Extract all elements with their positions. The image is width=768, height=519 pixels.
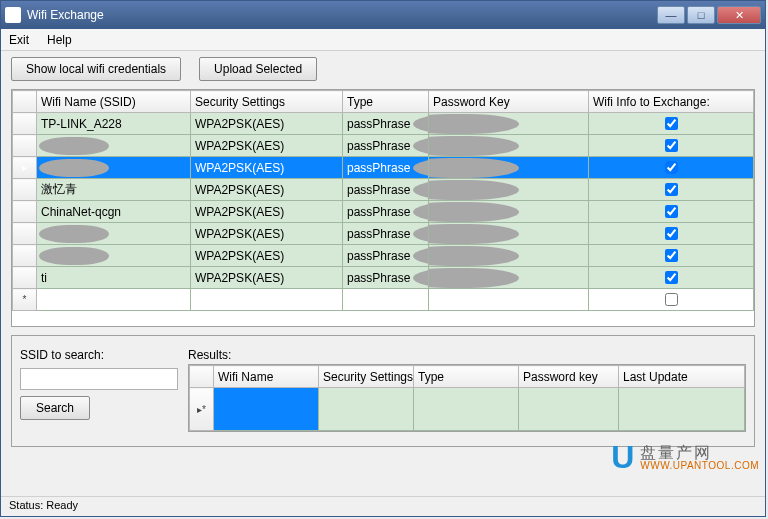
rcol-security[interactable]: Security Settings: [319, 366, 414, 388]
show-credentials-button[interactable]: Show local wifi credentials: [11, 57, 181, 81]
cell-password[interactable]: [429, 179, 589, 201]
cell-password[interactable]: [429, 157, 589, 179]
cell-type[interactable]: passPhrase: [343, 223, 429, 245]
close-button[interactable]: ✕: [717, 6, 761, 24]
watermark-logo-icon: U: [611, 439, 634, 476]
cell-security[interactable]: WPA2PSK(AES): [191, 223, 343, 245]
exchange-checkbox[interactable]: [665, 117, 678, 130]
col-security[interactable]: Security Settings: [191, 91, 343, 113]
grid-corner: [13, 91, 37, 113]
cell-security[interactable]: WPA2PSK(AES): [191, 135, 343, 157]
table-row[interactable]: ▸ WPA2PSK(AES) passPhrase: [13, 157, 754, 179]
table-row[interactable]: WPA2PSK(AES) passPhrase: [13, 245, 754, 267]
exchange-checkbox[interactable]: [665, 161, 678, 174]
cell-exchange[interactable]: [589, 201, 754, 223]
wifi-grid[interactable]: Wifi Name (SSID) Security Settings Type …: [11, 89, 755, 327]
rcol-password[interactable]: Password key: [519, 366, 619, 388]
exchange-checkbox[interactable]: [665, 293, 678, 306]
menu-bar: Exit Help: [1, 29, 765, 51]
col-type[interactable]: Type: [343, 91, 429, 113]
cell-password[interactable]: [429, 267, 589, 289]
menu-help[interactable]: Help: [47, 33, 72, 47]
cell-ssid[interactable]: 激忆青: [37, 179, 191, 201]
table-row[interactable]: WPA2PSK(AES) passPhrase: [13, 223, 754, 245]
rcol-type[interactable]: Type: [414, 366, 519, 388]
results-grid[interactable]: Wifi Name Security Settings Type Passwor…: [188, 364, 746, 432]
rcol-ssid[interactable]: Wifi Name: [214, 366, 319, 388]
watermark: U 盘量产网 WWW.UPANTOOL.COM: [611, 439, 759, 476]
cell-exchange[interactable]: [589, 223, 754, 245]
cell-ssid[interactable]: [37, 157, 191, 179]
cell-ssid[interactable]: [37, 245, 191, 267]
row-header: [13, 223, 37, 245]
cell-exchange[interactable]: [589, 135, 754, 157]
cell-security[interactable]: WPA2PSK(AES): [191, 245, 343, 267]
row-header: ▸: [13, 157, 37, 179]
cell-type[interactable]: passPhrase: [343, 135, 429, 157]
cell-exchange[interactable]: [589, 179, 754, 201]
results-cell[interactable]: [619, 388, 745, 431]
results-cell[interactable]: [319, 388, 414, 431]
table-row[interactable]: 激忆青 WPA2PSK(AES) passPhrase: [13, 179, 754, 201]
table-row[interactable]: ti WPA2PSK(AES) passPhrase: [13, 267, 754, 289]
row-header: [13, 135, 37, 157]
cell-password[interactable]: [429, 201, 589, 223]
cell-type[interactable]: passPhrase: [343, 179, 429, 201]
cell-exchange[interactable]: [589, 267, 754, 289]
menu-exit[interactable]: Exit: [9, 33, 29, 47]
cell-security[interactable]: WPA2PSK(AES): [191, 157, 343, 179]
cell-exchange[interactable]: [589, 245, 754, 267]
cell-ssid[interactable]: ti: [37, 267, 191, 289]
status-text: Status: Ready: [9, 499, 78, 511]
exchange-checkbox[interactable]: [665, 271, 678, 284]
cell-type[interactable]: passPhrase: [343, 245, 429, 267]
search-input[interactable]: [20, 368, 178, 390]
cell-security[interactable]: WPA2PSK(AES): [191, 201, 343, 223]
search-button[interactable]: Search: [20, 396, 90, 420]
cell-security[interactable]: WPA2PSK(AES): [191, 179, 343, 201]
cell-type[interactable]: passPhrase: [343, 113, 429, 135]
cell-exchange[interactable]: [589, 157, 754, 179]
results-cell[interactable]: [414, 388, 519, 431]
cell-security[interactable]: WPA2PSK(AES): [191, 113, 343, 135]
title-bar[interactable]: Wifi Exchange — □ ✕: [1, 1, 765, 29]
cell-ssid[interactable]: [37, 223, 191, 245]
cell-password[interactable]: [429, 245, 589, 267]
cell-ssid[interactable]: [37, 135, 191, 157]
exchange-checkbox[interactable]: [665, 227, 678, 240]
table-row[interactable]: WPA2PSK(AES) passPhrase: [13, 135, 754, 157]
search-label: SSID to search:: [20, 348, 178, 362]
col-ssid[interactable]: Wifi Name (SSID): [37, 91, 191, 113]
cell-password[interactable]: [429, 113, 589, 135]
row-header: [13, 267, 37, 289]
row-header: [13, 113, 37, 135]
minimize-button[interactable]: —: [657, 6, 685, 24]
cell-security[interactable]: WPA2PSK(AES): [191, 267, 343, 289]
row-header: [13, 179, 37, 201]
cell-type[interactable]: passPhrase: [343, 201, 429, 223]
col-exchange[interactable]: Wifi Info to Exchange:: [589, 91, 754, 113]
cell-ssid[interactable]: ChinaNet-qcgn: [37, 201, 191, 223]
results-cell[interactable]: [519, 388, 619, 431]
table-row[interactable]: ChinaNet-qcgn WPA2PSK(AES) passPhrase: [13, 201, 754, 223]
results-selected-cell[interactable]: [214, 388, 319, 431]
col-password[interactable]: Password Key: [429, 91, 589, 113]
app-window: Wifi Exchange — □ ✕ Exit Help Show local…: [0, 0, 766, 517]
cell-type[interactable]: passPhrase: [343, 157, 429, 179]
maximize-button[interactable]: □: [687, 6, 715, 24]
upload-selected-button[interactable]: Upload Selected: [199, 57, 317, 81]
toolbar: Show local wifi credentials Upload Selec…: [11, 57, 755, 81]
cell-type[interactable]: passPhrase: [343, 267, 429, 289]
table-row[interactable]: TP-LINK_A228 WPA2PSK(AES) passPhrase: [13, 113, 754, 135]
exchange-checkbox[interactable]: [665, 249, 678, 262]
results-newrow[interactable]: ▸*: [190, 388, 745, 431]
exchange-checkbox[interactable]: [665, 205, 678, 218]
table-newrow[interactable]: *: [13, 289, 754, 311]
cell-password[interactable]: [429, 135, 589, 157]
cell-exchange[interactable]: [589, 113, 754, 135]
exchange-checkbox[interactable]: [665, 139, 678, 152]
cell-ssid[interactable]: TP-LINK_A228: [37, 113, 191, 135]
cell-password[interactable]: [429, 223, 589, 245]
exchange-checkbox[interactable]: [665, 183, 678, 196]
rcol-updated[interactable]: Last Update: [619, 366, 745, 388]
